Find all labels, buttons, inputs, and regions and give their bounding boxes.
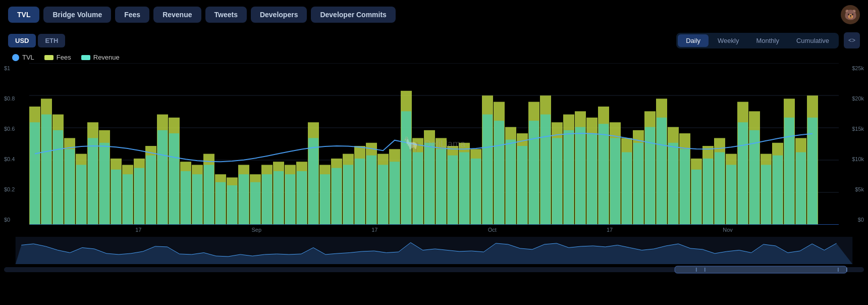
y-left-5: $0 [4, 217, 10, 223]
nav-fees[interactable]: Fees [115, 7, 149, 23]
svg-rect-7 [30, 122, 40, 225]
fees-legend-icon [44, 55, 53, 60]
svg-rect-117 [668, 143, 678, 225]
svg-rect-63 [355, 159, 365, 225]
period-daily[interactable]: Daily [678, 34, 709, 47]
svg-rect-49 [274, 171, 284, 225]
period-cumulative[interactable]: Cumulative [788, 34, 837, 47]
currency-usd[interactable]: USD [8, 34, 36, 47]
svg-rect-15 [76, 165, 86, 225]
svg-rect-27 [146, 156, 156, 225]
legend-fees: Fees [44, 54, 71, 61]
nav-bridge-volume[interactable]: Bridge Volume [43, 7, 111, 23]
legend-fees-label: Fees [57, 54, 71, 61]
avatar[interactable]: 🐻 [841, 5, 860, 24]
period-weekly[interactable]: Weekly [710, 34, 747, 47]
controls-row: USD ETH Daily Weekly Monthly Cumulative … [0, 29, 868, 52]
svg-rect-89 [506, 140, 516, 225]
chart-wrap: $1 $0.8 $0.6 $0.4 $0.2 $0 $25k $20k $15k… [4, 63, 864, 225]
svg-rect-97 [552, 138, 562, 225]
svg-rect-107 [610, 138, 620, 225]
svg-rect-123 [703, 159, 713, 225]
scrollbar-area[interactable] [0, 265, 868, 274]
svg-rect-101 [575, 127, 585, 225]
legend-revenue-label: Revenue [93, 54, 120, 61]
svg-rect-81 [459, 152, 469, 225]
y-left-0: $1 [4, 65, 10, 71]
revenue-legend-icon [81, 55, 90, 60]
svg-rect-11 [53, 130, 63, 225]
scrollbar-svg [4, 265, 864, 274]
svg-rect-133 [761, 165, 771, 225]
x-label-5: 17 [607, 227, 613, 233]
y-right-2: $15k [852, 126, 864, 132]
period-monthly[interactable]: Monthly [748, 34, 787, 47]
svg-rect-43 [239, 174, 249, 225]
svg-rect-135 [773, 156, 783, 225]
svg-rect-19 [99, 143, 110, 225]
legend-row: TVL Fees Revenue [0, 52, 868, 63]
top-nav: TVL Bridge Volume Fees Revenue Tweets De… [0, 0, 868, 29]
nav-developers[interactable]: Developers [251, 7, 307, 23]
nav-developer-commits[interactable]: Developer Commits [311, 7, 395, 23]
y-left-1: $0.8 [4, 95, 15, 101]
x-label-1: 17 [135, 227, 141, 233]
period-group: Daily Weekly Monthly Cumulative [676, 33, 839, 48]
svg-rect-35 [192, 174, 202, 225]
svg-rect-31 [169, 133, 179, 225]
svg-rect-59 [332, 168, 342, 225]
right-controls: Daily Weekly Monthly Cumulative <> [676, 32, 860, 48]
svg-rect-53 [297, 171, 307, 225]
svg-rect-51 [285, 174, 295, 225]
chart-svg [29, 63, 839, 225]
svg-rect-145 [675, 266, 847, 273]
y-axis-left: $1 $0.8 $0.6 $0.4 $0.2 $0 [4, 63, 29, 225]
embed-button[interactable]: <> [844, 32, 860, 48]
svg-rect-37 [204, 165, 214, 225]
y-right-4: $5k [855, 186, 864, 192]
svg-rect-77 [436, 149, 446, 225]
svg-rect-99 [564, 130, 574, 225]
svg-rect-29 [157, 130, 168, 225]
svg-rect-85 [482, 115, 493, 225]
x-label-4: Oct [488, 227, 497, 233]
svg-rect-95 [540, 115, 551, 225]
svg-rect-127 [726, 165, 736, 225]
svg-rect-21 [111, 170, 121, 225]
currency-eth[interactable]: ETH [38, 34, 65, 47]
svg-rect-73 [413, 152, 423, 225]
y-axis-right: $25k $20k $15k $10k $5k $0 [839, 63, 864, 225]
svg-rect-131 [749, 130, 760, 225]
nav-tvl[interactable]: TVL [8, 7, 39, 23]
svg-rect-69 [390, 162, 400, 225]
y-right-1: $20k [852, 95, 864, 101]
y-right-3: $10k [852, 156, 864, 162]
svg-rect-129 [738, 122, 748, 225]
svg-rect-13 [65, 149, 75, 225]
svg-rect-23 [123, 174, 133, 225]
y-left-2: $0.6 [4, 126, 15, 132]
svg-rect-139 [796, 152, 806, 225]
svg-rect-115 [657, 118, 667, 225]
svg-rect-75 [424, 143, 435, 225]
y-right-5: $0 [858, 217, 864, 223]
nav-tweets[interactable]: Tweets [205, 7, 247, 23]
chart-svg-wrap: 🦙 DefiLlama [29, 63, 839, 225]
y-left-3: $0.4 [4, 156, 15, 162]
svg-rect-17 [88, 138, 98, 225]
legend-revenue: Revenue [81, 54, 120, 61]
mini-chart-svg [4, 237, 864, 264]
svg-rect-79 [448, 156, 458, 225]
svg-rect-105 [599, 124, 609, 225]
svg-rect-39 [215, 182, 226, 225]
svg-rect-55 [308, 138, 318, 225]
mini-chart [0, 235, 868, 265]
svg-rect-57 [320, 174, 330, 225]
y-left-4: $0.2 [4, 186, 15, 192]
svg-rect-47 [262, 174, 272, 225]
svg-rect-119 [680, 149, 690, 225]
svg-rect-83 [471, 159, 481, 225]
svg-rect-71 [401, 111, 411, 225]
svg-rect-93 [529, 121, 539, 225]
nav-revenue[interactable]: Revenue [153, 7, 201, 23]
